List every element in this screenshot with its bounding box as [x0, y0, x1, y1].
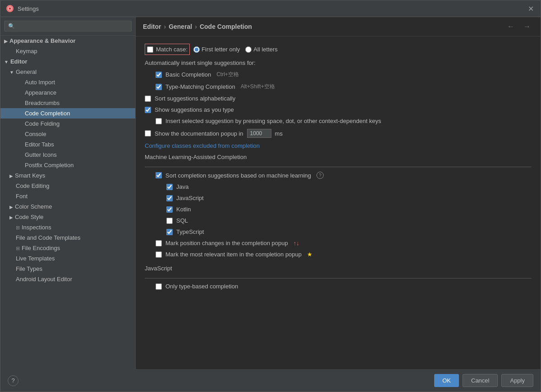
chevron-icon: ▶: [4, 39, 8, 44]
search-input[interactable]: [4, 21, 132, 32]
sidebar-item-console[interactable]: Console: [0, 129, 135, 139]
configure-link-row: Configure classes excluded from completi…: [145, 142, 532, 149]
type-matching-row: Type-Matching Completion Alt+Shift+空格: [145, 83, 532, 91]
sidebar-item-code-style[interactable]: ▶Code Style: [0, 212, 135, 222]
sidebar-item-keymap[interactable]: Keymap: [0, 46, 135, 56]
sidebar-item-label: Android Layout Editor: [16, 276, 72, 283]
sidebar-item-live-templates[interactable]: Live Templates: [0, 253, 135, 264]
nav-back-button[interactable]: ←: [504, 22, 517, 32]
sidebar-item-label: Inspections: [22, 224, 51, 231]
basic-completion-checkbox[interactable]: [156, 72, 162, 78]
title-bar: Settings ✕: [0, 0, 541, 17]
help-button[interactable]: ?: [8, 375, 18, 386]
breadcrumb-bar: Editor › General › Code Completion ← →: [136, 17, 541, 36]
sidebar-item-appearance[interactable]: Appearance: [0, 87, 135, 98]
show-suggestions-row: Show suggestions as you type: [145, 106, 532, 113]
sidebar-item-editor[interactable]: ▼Editor: [0, 56, 135, 67]
show-doc-ms-input[interactable]: [247, 129, 271, 138]
typescript-label: TypeScript: [176, 228, 204, 235]
sidebar-item-label: Breadcrumbs: [25, 100, 60, 106]
main-panel: Editor › General › Code Completion ← →: [136, 17, 541, 369]
kotlin-label: Kotlin: [176, 206, 191, 213]
ml-sort-checkbox[interactable]: [156, 172, 162, 178]
sql-row: SQL: [145, 217, 532, 224]
nav-forward-button[interactable]: →: [521, 22, 533, 32]
breadcrumb-general: General: [169, 23, 192, 30]
footer: ? OK Cancel Apply: [0, 369, 541, 392]
sidebar-item-breadcrumbs[interactable]: Breadcrumbs: [0, 98, 135, 108]
footer-buttons: OK Cancel Apply: [434, 374, 533, 387]
sidebar-item-color-scheme[interactable]: ▶Color Scheme: [0, 201, 135, 212]
sidebar-item-android-layout-editor[interactable]: Android Layout Editor: [0, 274, 135, 284]
javascript-checkbox[interactable]: [166, 195, 173, 201]
insert-selected-checkbox[interactable]: [156, 118, 162, 124]
only-type-checkbox[interactable]: [156, 283, 162, 290]
sidebar-item-font[interactable]: Font: [0, 191, 135, 201]
sidebar-item-icon: ⊞: [16, 246, 20, 251]
breadcrumb-sep2: ›: [195, 23, 197, 30]
sidebar-item-code-completion[interactable]: Code Completion: [0, 108, 135, 119]
ok-button[interactable]: OK: [434, 374, 459, 387]
ml-divider: [145, 167, 532, 167]
ml-sort-help-icon[interactable]: ?: [316, 172, 324, 179]
sidebar-item-label: Code Completion: [25, 110, 70, 117]
sidebar-item-file-code-templates[interactable]: File and Code Templates: [0, 232, 135, 243]
mark-relevant-checkbox[interactable]: [156, 251, 162, 258]
sort-alpha-checkbox[interactable]: [145, 96, 151, 102]
sidebar-item-appearance-behavior[interactable]: ▶Appearance & Behavior: [0, 36, 135, 46]
basic-completion-row: Basic Completion Ctrl+空格: [145, 71, 532, 78]
typescript-checkbox[interactable]: [166, 229, 173, 235]
match-case-highlight-box: Match case:: [145, 44, 190, 55]
radio-all-letters-label[interactable]: All letters: [245, 46, 277, 53]
sort-alpha-label: Sort suggestions alphabetically: [155, 95, 235, 102]
mark-relevant-row: Mark the most relevant item in the compl…: [145, 251, 532, 258]
radio-first-letter-label[interactable]: First letter only: [193, 46, 240, 53]
sidebar-item-auto-import[interactable]: Auto Import: [0, 77, 135, 87]
sidebar-item-file-types[interactable]: File Types: [0, 264, 135, 274]
match-case-checkbox[interactable]: [147, 46, 153, 53]
sidebar-item-gutter-icons[interactable]: Gutter Icons: [0, 150, 135, 160]
sidebar-item-label: Live Templates: [16, 255, 55, 262]
breadcrumb-current: Code Completion: [200, 23, 252, 30]
sidebar-item-editor-tabs[interactable]: Editor Tabs: [0, 139, 135, 150]
configure-classes-link[interactable]: Configure classes excluded from completi…: [145, 142, 260, 149]
settings-content: Match case: First letter only All letter…: [136, 36, 541, 369]
ml-sort-row: Sort completion suggestions based on mac…: [145, 172, 532, 179]
sidebar-item-label: File Encodings: [22, 245, 60, 251]
svg-point-2: [9, 8, 11, 9]
cancel-button[interactable]: Cancel: [463, 374, 498, 387]
radio-all-letters[interactable]: [245, 46, 252, 53]
sidebar-item-smart-keys[interactable]: ▶Smart Keys: [0, 170, 135, 181]
js-section-title: JavaScript: [145, 265, 532, 272]
sidebar-item-code-editing[interactable]: Code Editing: [0, 181, 135, 191]
sidebar-item-label: Gutter Icons: [25, 151, 57, 158]
sidebar-item-label: Code Folding: [25, 120, 60, 127]
insert-selected-row: Insert selected suggestion by pressing s…: [145, 118, 532, 124]
sidebar-item-inspections[interactable]: ⊞Inspections: [0, 222, 135, 232]
sidebar-item-code-folding[interactable]: Code Folding: [0, 119, 135, 129]
radio-first-letter[interactable]: [193, 46, 200, 53]
js-divider: [145, 278, 532, 278]
sql-checkbox[interactable]: [166, 218, 173, 224]
show-doc-ms-unit: ms: [275, 130, 283, 137]
mark-position-checkbox[interactable]: [156, 240, 162, 246]
sidebar-item-file-encodings[interactable]: ⊞File Encodings: [0, 243, 135, 253]
show-suggestions-checkbox[interactable]: [145, 107, 151, 113]
sidebar-item-label: Auto Import: [25, 79, 55, 86]
sidebar: ▶Appearance & BehaviorKeymap▼Editor▼Gene…: [0, 17, 136, 369]
close-button[interactable]: ✕: [526, 4, 535, 13]
kotlin-checkbox[interactable]: [166, 206, 173, 213]
chevron-icon: ▶: [9, 205, 13, 210]
only-type-label: Only type-based completion: [165, 283, 238, 290]
sidebar-item-general[interactable]: ▼General: [0, 67, 135, 77]
sidebar-item-label: Color Scheme: [15, 203, 52, 210]
sidebar-item-label: Code Editing: [16, 182, 49, 189]
show-doc-checkbox[interactable]: [145, 130, 151, 137]
apply-button[interactable]: Apply: [501, 374, 533, 387]
sidebar-item-postfix-completion[interactable]: Postfix Completion: [0, 160, 135, 170]
sidebar-item-label: Appearance & Behavior: [9, 37, 76, 44]
mark-position-row: Mark position changes in the completion …: [145, 240, 532, 246]
type-matching-checkbox[interactable]: [156, 84, 162, 90]
chevron-icon: ▼: [9, 70, 14, 75]
java-checkbox[interactable]: [166, 184, 173, 190]
